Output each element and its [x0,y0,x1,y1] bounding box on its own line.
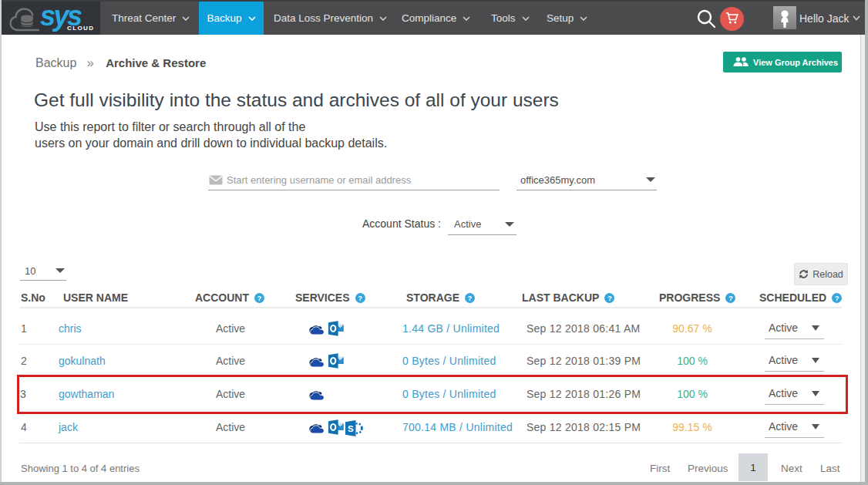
svg-text:S: S [348,423,354,433]
